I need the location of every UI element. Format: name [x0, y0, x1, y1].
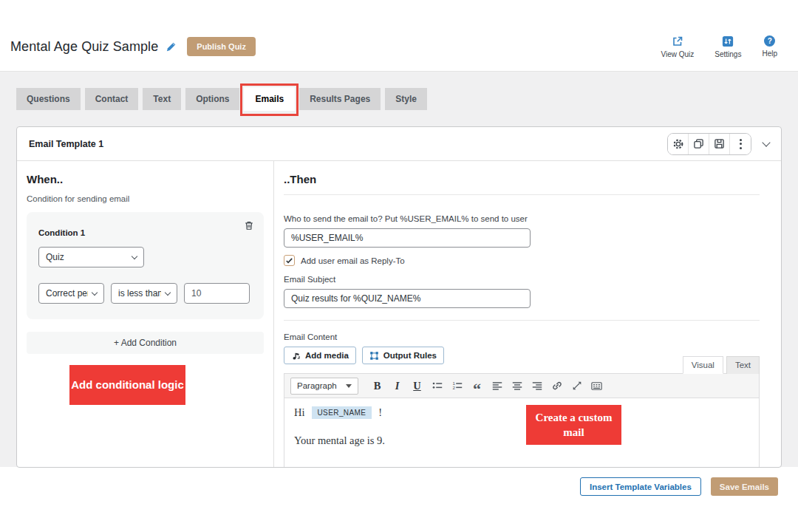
settings-icon — [722, 35, 734, 47]
condition-type-value: Quiz — [46, 252, 64, 262]
kebab-menu-icon[interactable] — [730, 134, 751, 154]
paragraph-format-value: Paragraph — [297, 381, 337, 390]
condition-label: Condition 1 — [38, 228, 252, 237]
then-divider-top — [284, 194, 760, 195]
tab-text[interactable]: Text — [143, 88, 181, 110]
duplicate-icon[interactable] — [689, 134, 709, 154]
paragraph-format-select[interactable]: Paragraph — [290, 378, 358, 395]
reply-to-row: Add user email as Reply-To — [284, 255, 760, 266]
tab-style[interactable]: Style — [385, 88, 427, 110]
email-content-label: Email Content — [284, 332, 760, 341]
output-rules-label: Output Rules — [383, 351, 437, 360]
chevron-down-icon — [132, 253, 137, 259]
email-subject-input[interactable] — [284, 289, 531, 308]
external-link-icon — [672, 35, 683, 47]
insert-link-icon[interactable] — [547, 377, 567, 395]
email-template-controls — [667, 133, 769, 155]
user-name-variable-chip[interactable]: USER_NAME — [312, 406, 372, 419]
tab-visual[interactable]: Visual — [683, 356, 723, 374]
then-heading: ..Then — [284, 173, 760, 185]
email-body-line: Your mental age is 9. — [294, 434, 749, 447]
italic-button[interactable]: I — [387, 377, 407, 395]
insert-template-variables-button[interactable]: Insert Template Variables — [580, 477, 701, 496]
email-template-title: Email Template 1 — [29, 139, 103, 149]
tab-contact[interactable]: Contact — [85, 88, 139, 110]
footer-buttons: Insert Template Variables Save Emails — [580, 477, 778, 496]
page-title: Mental Age Quiz Sample — [10, 39, 158, 55]
tab-emails[interactable]: Emails — [244, 87, 295, 111]
settings-button[interactable]: Settings — [715, 35, 741, 58]
when-section: When.. Condition for sending email Condi… — [17, 161, 274, 468]
italic-glyph: I — [395, 380, 400, 392]
align-right-icon[interactable] — [527, 377, 547, 395]
align-left-icon[interactable] — [487, 377, 507, 395]
then-divider-middle — [284, 320, 760, 321]
underline-button[interactable]: U — [407, 377, 427, 395]
editor-content-area[interactable]: Hi USER_NAME ! Your mental age is 9. Cre… — [284, 398, 759, 468]
view-quiz-button[interactable]: View Quiz — [661, 35, 694, 58]
tab-options[interactable]: Options — [185, 88, 239, 110]
help-label: Help — [762, 50, 777, 58]
editor-mode-tabs: Visual Text — [683, 356, 760, 374]
help-button[interactable]: ? Help — [762, 35, 777, 58]
email-to-input[interactable] — [284, 228, 531, 248]
underline-glyph: U — [413, 380, 420, 392]
tab-emails-label: Emails — [255, 94, 284, 104]
help-icon: ? — [764, 35, 775, 47]
collapse-template-chevron-icon[interactable] — [762, 138, 770, 146]
greeting-line: Hi USER_NAME ! — [294, 406, 749, 419]
chevron-down-icon — [165, 289, 171, 295]
when-heading: When.. — [27, 173, 264, 185]
add-condition-button[interactable]: + Add Condition — [27, 332, 264, 354]
save-emails-button[interactable]: Save Emails — [711, 477, 778, 496]
greeting-prefix: Hi — [294, 406, 305, 419]
publish-quiz-button[interactable]: Publish Quiz — [187, 37, 256, 56]
header-actions: View Quiz Settings ? Help — [661, 35, 777, 58]
fullscreen-icon[interactable] — [567, 377, 587, 395]
annotation-add-conditional-logic: Add conditional logic — [69, 365, 185, 405]
view-quiz-label: View Quiz — [661, 50, 694, 58]
content-area: Questions Contact Text Options Emails Re… — [0, 71, 798, 467]
condition-operator-value: is less than — [118, 288, 161, 299]
media-note-icon — [291, 351, 301, 361]
email-template-panel: Email Template 1 — [16, 126, 782, 468]
condition-type-select[interactable]: Quiz — [38, 247, 144, 267]
output-rules-button[interactable]: Output Rules — [362, 347, 444, 364]
delete-condition-trash-icon[interactable] — [244, 220, 254, 231]
email-subject-label: Email Subject — [284, 275, 760, 284]
email-template-body: When.. Condition for sending email Condi… — [17, 161, 781, 468]
condition-field-value: Correct per — [46, 288, 88, 299]
save-icon[interactable] — [709, 134, 730, 154]
condition-operator-select[interactable]: is less than — [111, 283, 177, 304]
greeting-suffix: ! — [378, 406, 382, 419]
bold-glyph: B — [374, 380, 381, 392]
email-to-label: Who to send the email to? Put %USER_EMAI… — [284, 214, 760, 223]
edit-title-pencil-icon[interactable] — [166, 41, 177, 52]
gear-icon[interactable] — [668, 134, 689, 154]
align-center-icon[interactable] — [507, 377, 527, 395]
blockquote-icon[interactable]: “ — [467, 377, 487, 395]
bold-button[interactable]: B — [367, 377, 387, 395]
title-group: Mental Age Quiz Sample Publish Quiz — [10, 37, 256, 56]
tab-results-pages[interactable]: Results Pages — [299, 88, 381, 110]
settings-label: Settings — [715, 50, 741, 58]
tab-text-mode[interactable]: Text — [726, 356, 760, 374]
svg-text:2: 2 — [452, 385, 455, 390]
editor-toolbar: Paragraph B I U 12 “ — [284, 374, 759, 398]
reply-to-label: Add user email as Reply-To — [301, 256, 405, 265]
chevron-down-icon — [92, 289, 98, 295]
toolbar-toggle-icon[interactable] — [587, 377, 607, 395]
editor-header-row: Add media Output Rules Visual Text — [284, 347, 760, 373]
caret-down-icon — [346, 384, 352, 388]
template-icon-group — [667, 133, 751, 155]
condition-amount-input[interactable] — [184, 283, 250, 304]
condition-field-select[interactable]: Correct per — [38, 283, 104, 304]
email-template-header: Email Template 1 — [17, 127, 781, 161]
when-subheading: Condition for sending email — [27, 194, 264, 203]
tab-questions[interactable]: Questions — [16, 88, 81, 110]
numbered-list-icon[interactable]: 12 — [447, 377, 467, 395]
annotation-create-custom-mail: Create a custom mail — [526, 405, 621, 445]
bulleted-list-icon[interactable] — [427, 377, 447, 395]
reply-to-checkbox[interactable] — [284, 255, 295, 266]
add-media-button[interactable]: Add media — [284, 347, 356, 364]
